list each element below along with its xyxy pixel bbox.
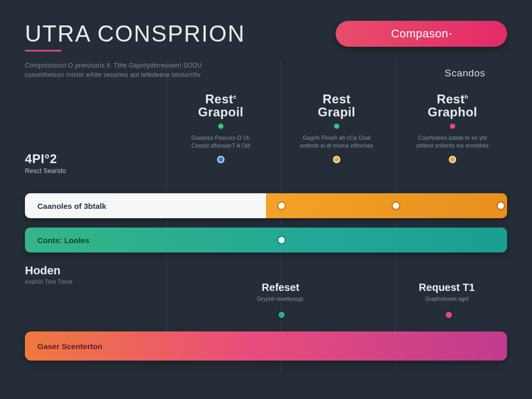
section-api2: 4PI°2 Resct Searido [25,152,66,175]
midlabel-b-sub: Graphohoest egril [395,296,499,302]
row-bar-1: Caanoles of 3btalk [25,193,507,218]
scandos-label: Scandos [445,68,485,79]
minidot-icon [333,156,340,163]
badge-sup: • [449,31,451,37]
subtitle: Compnisonsst O pnesisoris if. Tthe Gaprd… [25,61,248,79]
midlabel-a-sub: Gryphit resettyoopl. [229,296,332,302]
subtitle-line1: Compnisonsst O pnesisoris if. Tthe Gaprd… [25,62,202,69]
connector-dot [278,203,285,209]
row-bar-3: Gaser Scenterton [25,331,507,361]
row-bar-2: Conts: Looles [25,228,507,252]
column-desc: Gagrih Pinteh ah cCa Ooal sotteritr ei d… [282,134,391,149]
row-2-label: Conts: Looles [37,236,89,245]
subtitle-line2: conomhetson rnister eAtte seoones aot te… [25,71,201,78]
column-3: Resth Graphol Coprholees sstste te eo yh… [398,92,507,163]
connector-dot [498,203,504,209]
row-3-label: Gaser Scenterton [37,342,102,351]
connector-dot [278,237,285,243]
section-hoden: Hoden eophin Tine Tinne [25,264,73,285]
dot-icon [450,124,455,129]
section2-subtitle: eophin Tine Tinne [25,278,73,285]
midlabel-refeset: Refeset Gryphit resettyoopl. [229,282,332,302]
row-1-label: Caanoles of 3btalk [37,202,107,210]
diagram-canvas: UTRA CONSPRION Compnisonsst O pnesisoris… [0,0,532,399]
midlabel-a-title: Refeset [229,282,332,294]
dot-icon [334,124,339,129]
column-1: Rest± Grapoil Gassess Pescoro O UL Cxeps… [166,92,275,163]
dot-icon [218,124,223,129]
minidot-icon [217,156,224,163]
connector-dot [446,312,452,318]
column-desc: Gassess Pescoro O UL Cxepst afisnsierT A… [166,134,275,149]
comparison-badge: Compason• [336,21,507,47]
midlabel-b-title: Request T1 [395,282,499,294]
row-1-segment-a: Caanoles of 3btalk [25,193,266,218]
section2-title: Hoden [25,264,73,277]
column-title: Resth Graphol [398,92,507,118]
column-title: Rest± Grapoil [166,92,275,118]
column-headers: Rest± Grapoil Gassess Pescoro O UL Cxeps… [166,92,507,163]
section-subtitle: Resct Searido [25,167,66,175]
column-2: Rest Grapil Gagrih Pinteh ah cCa Ooal so… [282,92,391,163]
badge-label: Compason [391,27,448,41]
title-underline [25,50,61,51]
column-title: Rest Grapil [282,92,391,118]
connector-dot [393,203,399,209]
connector-dot [278,312,285,318]
section-title: 4PI°2 [25,152,66,166]
minidot-icon [449,156,456,163]
midlabel-request: Request T1 Graphohoest egril [395,282,499,302]
column-desc: Coprholees sstste te eo yht shtteot snit… [398,134,507,149]
row-1-segment-b [266,193,507,218]
